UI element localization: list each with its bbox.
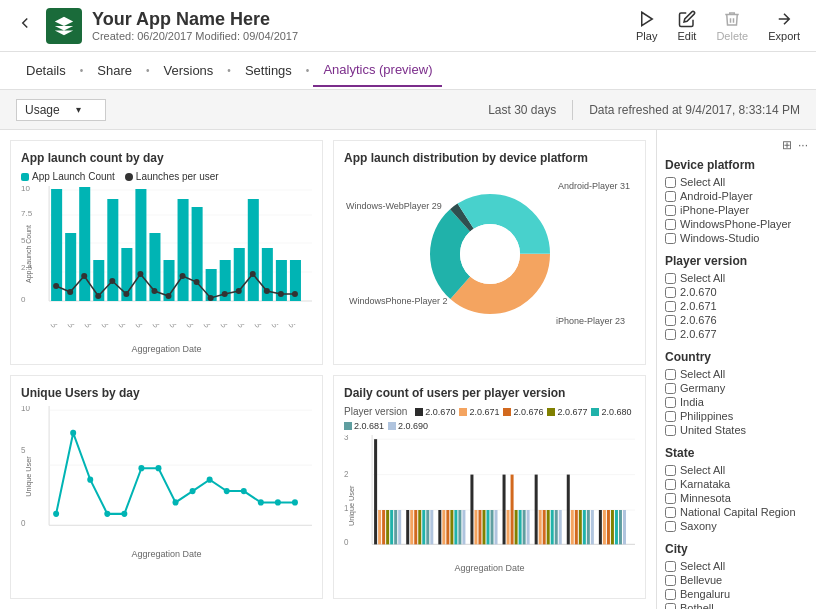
svg-point-31 xyxy=(67,289,73,295)
device-platform-title: Device platform xyxy=(665,158,808,172)
play-button[interactable]: Play xyxy=(636,10,657,42)
filter-ncr[interactable]: National Capital Region xyxy=(665,506,808,518)
filter-v2677[interactable]: 2.0.677 xyxy=(665,328,808,340)
more-icon[interactable]: ··· xyxy=(798,138,808,152)
checkbox-us[interactable] xyxy=(665,425,676,436)
svg-point-36 xyxy=(137,271,143,277)
svg-rect-14 xyxy=(79,187,90,301)
usage-select[interactable]: Usage ▾ xyxy=(16,99,106,121)
svg-point-67 xyxy=(155,465,161,471)
checkbox-minnesota[interactable] xyxy=(665,493,676,504)
checkbox-bengaluru[interactable] xyxy=(665,589,676,600)
checkbox-germany[interactable] xyxy=(665,383,676,394)
checkbox-windowsphone-player[interactable] xyxy=(665,219,676,230)
filter-germany[interactable]: Germany xyxy=(665,382,808,394)
checkbox-karnataka[interactable] xyxy=(665,479,676,490)
svg-rect-108 xyxy=(474,510,477,544)
nav-settings[interactable]: Settings xyxy=(235,55,302,86)
svg-text:Unique User: Unique User xyxy=(348,485,356,526)
svg-rect-120 xyxy=(527,510,530,544)
checkbox-select-all-device[interactable] xyxy=(665,177,676,188)
filter-select-all-state[interactable]: Select All xyxy=(665,464,808,476)
nav-details[interactable]: Details xyxy=(16,55,76,86)
filter-select-all-country[interactable]: Select All xyxy=(665,368,808,380)
svg-rect-132 xyxy=(583,510,586,544)
country-title: Country xyxy=(665,350,808,364)
svg-rect-86 xyxy=(374,439,377,544)
checkbox-india[interactable] xyxy=(665,397,676,408)
svg-point-53 xyxy=(460,224,520,284)
checkbox-bellevue[interactable] xyxy=(665,575,676,586)
nav-versions[interactable]: Versions xyxy=(153,55,223,86)
svg-text:App Launch Count: App Launch Count xyxy=(25,225,33,283)
filter-select-all-city[interactable]: Select All xyxy=(665,560,808,572)
filter-minnesota[interactable]: Minnesota xyxy=(665,492,808,504)
checkbox-saxony[interactable] xyxy=(665,521,676,532)
filter-bothell[interactable]: Bothell xyxy=(665,602,808,609)
legend-launch-count: App Launch Count xyxy=(21,171,115,182)
svg-rect-130 xyxy=(575,510,578,544)
svg-point-42 xyxy=(222,291,228,297)
sidebar-toolbar: ⊞ ··· xyxy=(665,138,808,152)
edit-button[interactable]: Edit xyxy=(677,10,696,42)
nav-share[interactable]: Share xyxy=(87,55,142,86)
filter-bellevue[interactable]: Bellevue xyxy=(665,574,808,586)
checkbox-v2677[interactable] xyxy=(665,329,676,340)
svg-rect-94 xyxy=(410,510,413,544)
svg-point-64 xyxy=(104,511,110,517)
checkbox-v2671[interactable] xyxy=(665,301,676,312)
filter-karnataka[interactable]: Karnataka xyxy=(665,478,808,490)
checkbox-select-all-state[interactable] xyxy=(665,465,676,476)
svg-rect-89 xyxy=(386,510,389,544)
svg-rect-123 xyxy=(543,510,546,544)
svg-point-32 xyxy=(81,273,87,279)
nav-analytics[interactable]: Analytics (preview) xyxy=(313,54,442,87)
filter-v2671[interactable]: 2.0.671 xyxy=(665,300,808,312)
donut-label-iphone: iPhone-Player 23 xyxy=(556,316,625,326)
checkbox-ncr[interactable] xyxy=(665,507,676,518)
app-info: Your App Name Here Created: 06/20/2017 M… xyxy=(92,9,636,42)
checkbox-select-all-city[interactable] xyxy=(665,561,676,572)
grid-icon[interactable]: ⊞ xyxy=(782,138,792,152)
checkbox-android-player[interactable] xyxy=(665,191,676,202)
svg-point-47 xyxy=(292,291,298,297)
filter-v2670[interactable]: 2.0.670 xyxy=(665,286,808,298)
app-title: Your App Name Here xyxy=(92,9,636,30)
filter-us[interactable]: United States xyxy=(665,424,808,436)
filter-iphone-player[interactable]: iPhone-Player xyxy=(665,204,808,216)
filter-v2676[interactable]: 2.0.676 xyxy=(665,314,808,326)
svg-marker-0 xyxy=(641,12,652,26)
city-section: City Select All Bellevue Bengaluru Bothe… xyxy=(665,542,808,609)
filter-saxony[interactable]: Saxony xyxy=(665,520,808,532)
filter-android-player[interactable]: Android-Player xyxy=(665,190,808,202)
checkbox-select-all-player[interactable] xyxy=(665,273,676,284)
filter-windows-studio[interactable]: Windows-Studio xyxy=(665,232,808,244)
back-button[interactable] xyxy=(16,14,34,37)
filter-windowsphone-player[interactable]: WindowsPhone-Player xyxy=(665,218,808,230)
checkbox-v2670[interactable] xyxy=(665,287,676,298)
filter-india[interactable]: India xyxy=(665,396,808,408)
checkbox-v2676[interactable] xyxy=(665,315,676,326)
delete-button[interactable]: Delete xyxy=(716,10,748,42)
checkbox-select-all-country[interactable] xyxy=(665,369,676,380)
launch-x-title: Aggregation Date xyxy=(21,344,312,354)
svg-point-45 xyxy=(264,288,270,294)
checkbox-iphone-player[interactable] xyxy=(665,205,676,216)
filter-select-all-device[interactable]: Select All xyxy=(665,176,808,188)
checkbox-bothell[interactable] xyxy=(665,603,676,610)
filter-bengaluru[interactable]: Bengaluru xyxy=(665,588,808,600)
header: Your App Name Here Created: 06/20/2017 M… xyxy=(0,0,816,52)
country-section: Country Select All Germany India Philipp… xyxy=(665,350,808,436)
svg-rect-98 xyxy=(426,510,429,544)
checkbox-philippines[interactable] xyxy=(665,411,676,422)
filter-philippines[interactable]: Philippines xyxy=(665,410,808,422)
svg-point-74 xyxy=(275,499,281,505)
launch-count-title: App launch count by day xyxy=(21,151,312,165)
checkbox-windows-studio[interactable] xyxy=(665,233,676,244)
export-button[interactable]: Export xyxy=(768,10,800,42)
x-axis-labels: 08/07 08/09 08/11 08/13 08/15 08/17 08/1… xyxy=(21,324,312,344)
svg-rect-92 xyxy=(398,510,401,544)
filter-select-all-player[interactable]: Select All xyxy=(665,272,808,284)
daily-count-chart: Daily count of users per player version … xyxy=(333,375,646,599)
svg-text:10: 10 xyxy=(21,186,30,193)
